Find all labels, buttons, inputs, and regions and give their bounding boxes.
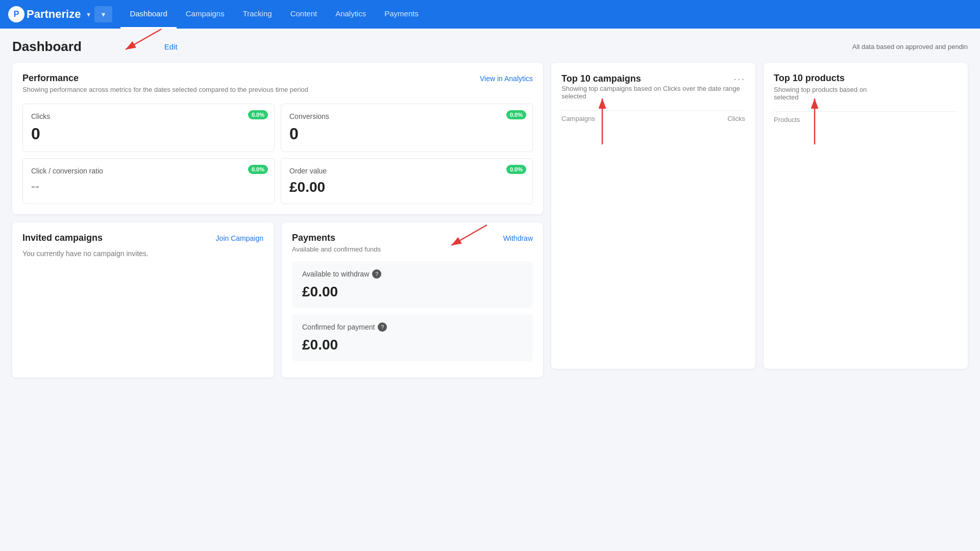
- products-title: Top 10 products: [774, 73, 845, 84]
- main-layout: Performance View in Analytics Showing pe…: [12, 63, 968, 378]
- available-withdraw-box: Available to withdraw ? £0.00: [292, 261, 533, 308]
- metric-clicks-value: 0: [31, 124, 266, 143]
- nav-analytics[interactable]: Analytics: [326, 0, 375, 29]
- payments-header: Payments Withdraw: [292, 233, 533, 243]
- available-amount: £0.00: [302, 284, 523, 300]
- arrow-annotation-edit: [120, 24, 182, 55]
- metric-order-value: Order value £0.00 0.0%: [281, 158, 533, 204]
- page-title: Dashboard: [12, 39, 82, 55]
- metric-order-value-badge: 0.0%: [506, 165, 526, 174]
- top-products-card: Top 10 products Showing top products bas…: [764, 63, 968, 369]
- metric-click-ratio-value: --: [31, 179, 266, 193]
- campaigns-subtitle: Showing top campaigns based on Clicks ov…: [561, 85, 745, 100]
- campaigns-col1: Campaigns: [561, 115, 595, 122]
- metric-conversions-label: Conversions: [289, 112, 524, 120]
- metric-conversions-value: 0: [289, 124, 524, 143]
- metrics-grid: Clicks 0 0.0% Conversions 0 0.0% Click /…: [22, 104, 533, 204]
- metric-clicks-badge: 0.0%: [248, 110, 268, 119]
- available-label: Available to withdraw ?: [302, 269, 523, 279]
- metric-order-value-value: £0.00: [289, 179, 524, 195]
- performance-card: Performance View in Analytics Showing pe…: [12, 63, 543, 214]
- metric-clicks-label: Clicks: [31, 112, 266, 120]
- brand-icon: P: [8, 6, 24, 22]
- join-campaign-link[interactable]: Join Campaign: [216, 234, 263, 242]
- svg-line-1: [126, 29, 161, 49]
- page-title-area: Dashboard Edit: [12, 39, 178, 55]
- payments-card: Payments Withdraw Available and confirme…: [282, 222, 543, 378]
- products-col1: Products: [774, 116, 800, 123]
- metric-click-ratio-label: Click / conversion ratio: [31, 167, 266, 175]
- campaigns-title: Top 10 campaigns: [561, 73, 641, 84]
- top-campaigns-card: Top 10 campaigns ··· Showing top campaig…: [551, 63, 755, 369]
- view-analytics-link[interactable]: View in Analytics: [480, 74, 533, 83]
- invited-title: Invited campaigns: [22, 233, 103, 243]
- payments-subtitle: Available and confirmed funds: [292, 245, 533, 253]
- campaigns-col2: Clicks: [727, 115, 745, 122]
- nav-payments[interactable]: Payments: [375, 0, 428, 29]
- confirmed-help-icon[interactable]: ?: [378, 322, 387, 332]
- page-header: Dashboard Edit All data based on approve…: [12, 39, 968, 55]
- page-container: Dashboard Edit All data based on approve…: [0, 29, 980, 388]
- brand-dropdown-icon[interactable]: ▾: [87, 10, 90, 18]
- nav-content[interactable]: Content: [281, 0, 327, 29]
- metric-conversions-badge: 0.0%: [506, 110, 526, 119]
- left-column: Performance View in Analytics Showing pe…: [12, 63, 543, 378]
- confirmed-payment-box: Confirmed for payment ? £0.00: [292, 314, 533, 361]
- metric-order-value-label: Order value: [289, 167, 524, 175]
- brand-name: Partnerize: [27, 8, 81, 21]
- metric-click-ratio-badge: 0.0%: [248, 165, 268, 174]
- bottom-row: Invited campaigns Join Campaign You curr…: [12, 222, 543, 378]
- nav-tracking[interactable]: Tracking: [234, 0, 281, 29]
- payments-title: Payments: [292, 233, 335, 243]
- nav-campaigns[interactable]: Campaigns: [177, 0, 234, 29]
- products-table-header: Products: [774, 111, 958, 128]
- available-help-icon[interactable]: ?: [372, 269, 381, 279]
- metric-conversions: Conversions 0 0.0%: [281, 104, 533, 152]
- products-subtitle: Showing top products based on selected: [774, 86, 958, 101]
- brand-logo: P Partnerize: [8, 6, 81, 22]
- withdraw-link[interactable]: Withdraw: [503, 234, 533, 242]
- invited-header: Invited campaigns Join Campaign: [22, 233, 263, 243]
- performance-title: Performance: [22, 73, 79, 84]
- confirmed-amount: £0.00: [302, 337, 523, 353]
- nav-account-dropdown[interactable]: ▾: [94, 6, 112, 22]
- invited-empty-text: You currently have no campaign invites.: [22, 249, 263, 258]
- header-note: All data based on approved and pendin: [852, 43, 968, 51]
- performance-card-header: Performance View in Analytics: [22, 73, 533, 84]
- invited-campaigns-card: Invited campaigns Join Campaign You curr…: [12, 222, 274, 378]
- metric-click-ratio: Click / conversion ratio -- 0.0%: [22, 158, 275, 204]
- campaigns-table-header: Campaigns Clicks: [561, 110, 745, 127]
- confirmed-label: Confirmed for payment ?: [302, 322, 523, 332]
- performance-subtitle: Showing performance across metrics for t…: [22, 86, 533, 93]
- metric-clicks: Clicks 0 0.0%: [22, 104, 275, 152]
- campaigns-dots-menu[interactable]: ···: [733, 73, 745, 85]
- campaigns-card-header: Top 10 campaigns ···: [561, 73, 745, 85]
- products-card-header: Top 10 products: [774, 73, 958, 84]
